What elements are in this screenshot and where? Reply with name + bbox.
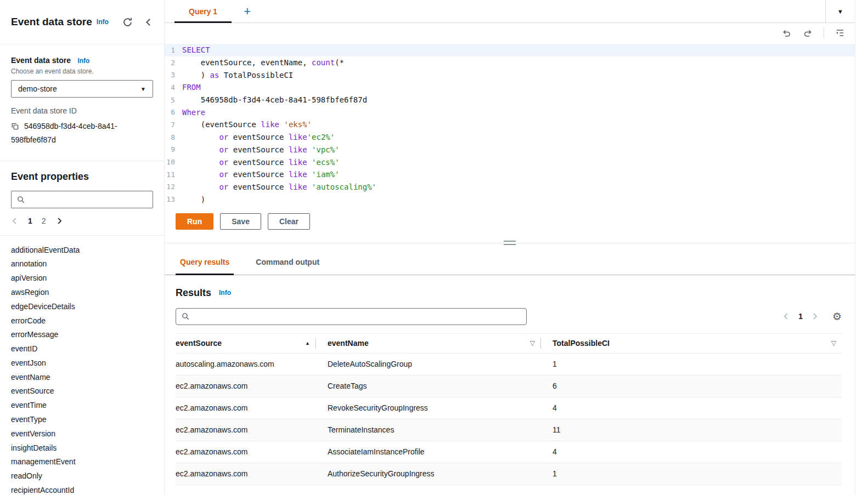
editor-line[interactable]: 1SELECT: [165, 44, 855, 56]
results-panel: Results Info 1 ⚙: [165, 275, 855, 495]
line-number: 12: [165, 183, 182, 191]
refresh-icon[interactable]: [122, 17, 133, 27]
pagination-next-icon[interactable]: [55, 217, 63, 225]
property-search-input[interactable]: [29, 195, 147, 204]
undo-icon[interactable]: [782, 28, 792, 38]
results-pagination-next-icon[interactable]: [811, 312, 819, 320]
caret-down-icon: ▼: [837, 8, 843, 15]
page-number[interactable]: 1: [28, 217, 32, 225]
save-button[interactable]: Save: [220, 213, 261, 230]
property-item[interactable]: annotation: [11, 257, 153, 271]
editor-line[interactable]: 11 or eventSource like 'iam%': [165, 168, 855, 181]
splitter-drag-handle[interactable]: [504, 241, 516, 245]
event-data-store-info-link[interactable]: Info: [77, 57, 89, 65]
line-number: 11: [165, 170, 182, 179]
clear-button[interactable]: Clear: [268, 213, 310, 230]
settings-gear-icon[interactable]: ⚙: [832, 311, 842, 322]
code-text: eventSource, eventName, count(*: [182, 58, 344, 67]
tab-query-1[interactable]: Query 1: [174, 0, 232, 22]
column-header-totalpossibleci[interactable]: TotalPossibleCI▽: [540, 333, 842, 353]
code-text: or eventSource like 'vpc%': [182, 145, 340, 154]
editor-line[interactable]: 7 (eventSource like 'eks%': [165, 118, 855, 131]
tab-command-output[interactable]: Command output: [251, 250, 324, 275]
editor-line[interactable]: 13 ): [165, 193, 855, 206]
table-row[interactable]: ec2.amazonaws.comRevokeSecurityGroupIngr…: [176, 397, 842, 419]
property-item[interactable]: errorCode: [11, 314, 153, 328]
editor-line[interactable]: 4FROM: [165, 81, 855, 94]
results-pagination: 1 ⚙: [782, 311, 842, 322]
property-item[interactable]: additionalEventData: [11, 243, 153, 257]
line-number: 2: [165, 59, 182, 67]
tab-query-1-label: Query 1: [189, 7, 217, 16]
scrollbar-track[interactable]: [855, 0, 868, 495]
property-item[interactable]: managementEvent: [11, 455, 153, 469]
table-row[interactable]: ec2.amazonaws.comAssociateIamInstancePro…: [176, 441, 842, 463]
editor-line[interactable]: 6Where: [165, 106, 855, 118]
app: Event data store Info Event data store I…: [0, 0, 868, 495]
line-number: 8: [165, 133, 182, 141]
editor-line[interactable]: 9 or eventSource like 'vpc%': [165, 144, 855, 156]
property-item[interactable]: awsRegion: [11, 285, 153, 299]
results-header: Results Info: [176, 287, 842, 299]
query-options-caret[interactable]: ▼: [825, 0, 855, 22]
property-item[interactable]: eventID: [11, 342, 153, 356]
property-item[interactable]: eventName: [11, 370, 153, 384]
results-page-number[interactable]: 1: [798, 312, 803, 321]
column-header-eventsource[interactable]: eventSource▲: [176, 333, 315, 353]
editor-line[interactable]: 10 or eventSource like 'ecs%': [165, 156, 855, 168]
redo-icon[interactable]: [803, 28, 813, 38]
sidebar-header: Event data store Info: [0, 0, 164, 44]
property-item[interactable]: insightDetails: [11, 441, 153, 455]
results-search-input[interactable]: [194, 312, 521, 321]
property-item[interactable]: eventVersion: [11, 426, 153, 441]
collapse-panel-icon[interactable]: [144, 18, 153, 27]
table-row[interactable]: ec2.amazonaws.comTerminateInstances11: [176, 419, 842, 441]
table-row[interactable]: ec2.amazonaws.comCreateTags6: [176, 375, 842, 397]
table-header-row: eventSource▲ eventName▽ TotalPossibleCI▽: [176, 333, 842, 353]
editor-line[interactable]: 5 546958db-f3d4-4ceb-8a41-598fbfe6f87d: [165, 94, 855, 106]
event-data-store-section: Event data store Info Choose an event da…: [0, 44, 164, 161]
line-number: 4: [165, 83, 182, 92]
table-cell: ec2.amazonaws.com: [176, 441, 315, 463]
property-item[interactable]: apiVersion: [11, 271, 153, 285]
editor-line[interactable]: 3 ) as TotalPossibleCI: [165, 69, 855, 81]
results-info-link[interactable]: Info: [219, 289, 231, 297]
property-item[interactable]: errorMessage: [11, 327, 153, 342]
code-text: or eventSource like 'ecs%': [182, 158, 340, 167]
editor-line[interactable]: 8 or eventSource like'ec2%': [165, 131, 855, 144]
tab-query-results[interactable]: Query results: [176, 250, 234, 275]
property-item[interactable]: eventTime: [11, 398, 153, 412]
column-header-eventname[interactable]: eventName▽: [315, 333, 540, 353]
code-text: or eventSource like 'iam%': [182, 170, 340, 179]
property-item[interactable]: recipientAccountId: [11, 483, 153, 495]
table-cell: ec2.amazonaws.com: [176, 397, 315, 419]
sql-editor[interactable]: 1SELECT2 eventSource, eventName, count(*…: [165, 44, 855, 206]
event-data-store-select[interactable]: demo-store ▼: [11, 80, 153, 98]
run-button[interactable]: Run: [176, 213, 213, 230]
table-row[interactable]: ec2.amazonaws.comAuthorizeSecurityGroupI…: [176, 463, 842, 485]
pagination-prev-icon[interactable]: [11, 217, 19, 225]
table-cell: CreateTags: [315, 375, 540, 397]
column-label: eventName: [328, 339, 369, 348]
table-cell: 1: [540, 463, 842, 485]
property-item[interactable]: eventJson: [11, 356, 153, 370]
code-text: SELECT: [182, 45, 210, 54]
code-text: or eventSource like 'autoscaling%': [182, 183, 376, 191]
table-row[interactable]: autoscaling.amazonaws.comDeleteAutoScali…: [176, 353, 842, 375]
property-item[interactable]: eventSource: [11, 384, 153, 399]
format-sql-icon[interactable]: [835, 28, 845, 38]
page-title-info-link[interactable]: Info: [97, 18, 109, 26]
results-pagination-prev-icon[interactable]: [782, 312, 790, 320]
page-title: Event data store: [11, 16, 92, 28]
page-number[interactable]: 2: [42, 217, 46, 225]
query-tab-bar: Query 1 + ▼: [165, 0, 855, 23]
table-cell: 11: [540, 419, 842, 441]
property-item[interactable]: eventType: [11, 412, 153, 426]
event-data-store-help: Choose an event data store.: [11, 67, 153, 75]
copy-icon[interactable]: [11, 122, 19, 134]
property-item[interactable]: readOnly: [11, 469, 153, 483]
add-query-tab-button[interactable]: +: [244, 5, 251, 18]
editor-line[interactable]: 2 eventSource, eventName, count(*: [165, 56, 855, 69]
editor-line[interactable]: 12 or eventSource like 'autoscaling%': [165, 181, 855, 194]
property-item[interactable]: edgeDeviceDetails: [11, 299, 153, 314]
